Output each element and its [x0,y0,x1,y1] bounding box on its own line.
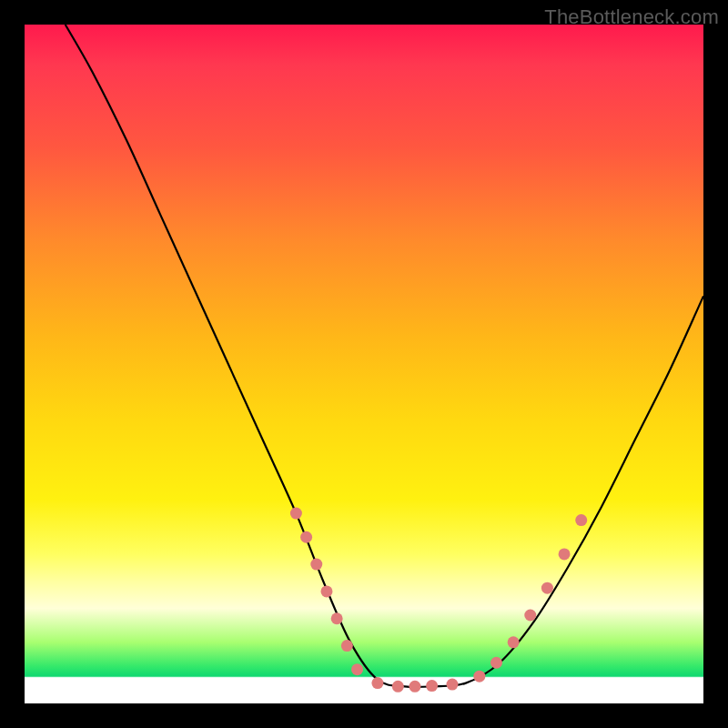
bottleneck-curve [66,25,703,687]
highlight-dot [541,582,553,594]
highlight-dot [426,680,438,692]
highlight-dot [446,679,458,691]
plot-area [25,25,703,703]
highlight-dot [351,663,363,675]
highlight-dot [341,640,353,652]
curve-svg [25,25,703,703]
highlight-dot [524,610,536,622]
highlight-dot [310,559,322,571]
highlight-dot [320,585,332,597]
watermark-text: TheBottleneck.com [544,5,719,29]
highlight-dot [331,612,343,624]
highlight-dot [473,671,485,682]
highlight-dot [392,681,404,693]
highlight-dot [490,657,502,669]
highlight-dot [508,636,520,648]
highlight-dots [290,508,587,693]
highlight-dot [290,508,302,520]
highlight-dot [371,677,383,689]
highlight-dot [559,548,571,560]
highlight-dot [409,681,420,693]
chart-container: TheBottleneck.com [0,0,728,728]
highlight-dot [300,531,312,543]
highlight-dot [575,514,587,526]
